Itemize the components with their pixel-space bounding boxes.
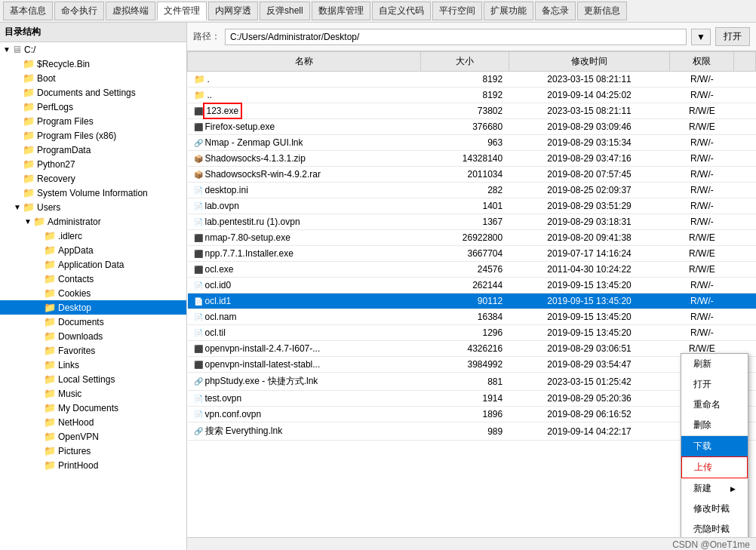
context-menu-item-7[interactable]: 修改时截 — [681, 499, 748, 519]
folder-icon: 📁 — [23, 158, 35, 170]
context-menu-item-2[interactable]: 重命名 — [681, 395, 748, 415]
nav-tab-0[interactable]: 基本信息 — [3, 2, 53, 20]
tree-item-program_files[interactable]: 📁Program Files — [0, 114, 186, 128]
col-header-修改时间[interactable]: 修改时间 — [509, 52, 670, 72]
table-row[interactable]: 🔗搜索 Everything.lnk9892019-09-14 04:22:17… — [188, 422, 756, 441]
path-dropdown-btn[interactable]: ▼ — [691, 29, 711, 45]
tree-item-links[interactable]: 📁Links — [0, 358, 186, 372]
file-modified-cell: 2019-08-29 03:51:29 — [509, 198, 670, 214]
nav-tab-2[interactable]: 虚拟终端 — [106, 2, 155, 20]
table-header: 名称大小修改时间权限 — [188, 52, 756, 72]
expand-icon[interactable]: ▼ — [23, 217, 33, 226]
nav-tab-6[interactable]: 数据库管理 — [312, 2, 370, 20]
table-row[interactable]: 📄ocl.id02621442019-09-15 13:45:20R/W/- — [188, 278, 756, 293]
tree-item-cookies[interactable]: 📁Cookies — [0, 286, 186, 300]
path-input[interactable] — [225, 29, 687, 45]
tree-item-sysvolinfo[interactable]: 📁System Volume Information — [0, 186, 186, 200]
tree-item-recovery[interactable]: 📁Recovery — [0, 171, 186, 186]
tree-item-application_data[interactable]: 📁Application Data — [0, 257, 186, 272]
tree-item-pictures[interactable]: 📁Pictures — [0, 444, 186, 458]
tree-item-my_documents[interactable]: 📁My Documents — [0, 401, 186, 415]
tree-item-local_settings[interactable]: 📁Local Settings — [0, 372, 186, 386]
context-menu-item-3[interactable]: 删除 — [681, 415, 748, 435]
tree-item-program_files_x86[interactable]: 📁Program Files (x86) — [0, 128, 186, 143]
file-name-cell: 🔗搜索 Everything.lnk — [188, 422, 421, 441]
table-row[interactable]: 📄desktop.ini2822019-08-25 02:09:37R/W/- — [188, 183, 756, 198]
tree-item-recycle[interactable]: 📁$Recycle.Bin — [0, 57, 186, 71]
nav-tab-10[interactable]: 备忘录 — [535, 2, 576, 20]
nav-tab-11[interactable]: 更新信息 — [577, 2, 627, 20]
table-row[interactable]: 📄lab.pentestit.ru (1).ovpn13672019-08-29… — [188, 214, 756, 230]
table-row[interactable]: 📄ocl.id1901122019-09-15 13:45:20R/W/- — [188, 293, 756, 309]
file-size-cell: 881 — [421, 373, 509, 391]
tree-item-desktop[interactable]: 📁Desktop — [0, 300, 186, 315]
col-header-大小[interactable]: 大小 — [421, 52, 509, 72]
tree-item-music[interactable]: 📁Music — [0, 386, 186, 401]
expand-icon[interactable]: ▼ — [12, 203, 23, 211]
tree-item-downloads[interactable]: 📁Downloads — [0, 329, 186, 343]
lnk-icon: 🔗 — [194, 377, 203, 386]
nav-tab-4[interactable]: 内网穿透 — [208, 2, 258, 20]
file-size-cell: 282 — [421, 183, 509, 198]
open-btn[interactable]: 打开 — [715, 27, 750, 46]
nav-tab-9[interactable]: 扩展功能 — [484, 2, 533, 20]
tree-item-documents[interactable]: 📁Documents — [0, 315, 186, 329]
table-row[interactable]: 📁.81922023-03-15 08:21:11R/W/- — [188, 72, 756, 88]
nav-tab-8[interactable]: 平行空间 — [432, 2, 482, 20]
tree-item-contacts[interactable]: 📁Contacts — [0, 272, 186, 286]
table-row[interactable]: 📄lab.ovpn14012019-08-29 03:51:29R/W/- — [188, 198, 756, 214]
context-menu-item-0[interactable]: 刷新 — [681, 354, 748, 374]
nav-tab-7[interactable]: 自定义代码 — [372, 2, 431, 20]
file-size-cell: 989 — [421, 422, 509, 441]
tree-item-favorites[interactable]: 📁Favorites — [0, 343, 186, 358]
tree-item-users[interactable]: ▼📁Users — [0, 200, 186, 214]
table-row[interactable]: ⬛nmap-7.80-setup.exe269228002019-08-20 0… — [188, 230, 756, 246]
filename: ShadowsocksR-win-4.9.2.rar — [205, 169, 321, 180]
file-size-cell: 963 — [421, 135, 509, 151]
table-row[interactable]: ⬛ocl.exe245762011-04-30 10:24:22R/W/E — [188, 262, 756, 278]
nav-tab-1[interactable]: 命令执行 — [54, 2, 104, 20]
tree-item-administrator[interactable]: ▼📁Administrator — [0, 214, 186, 229]
context-menu-item-8[interactable]: 壳隐时截 — [681, 519, 748, 537]
table-row[interactable]: 📄vpn.conf.ovpn18962019-08-29 06:16:52R/W… — [188, 407, 756, 422]
table-row[interactable]: 📦Shadowsocks-4.1.3.1.zip143281402019-08-… — [188, 151, 756, 167]
file-name-cell: ⬛nmap-7.80-setup.exe — [188, 230, 421, 246]
tree-item-python27[interactable]: 📁Python27 — [0, 157, 186, 171]
context-menu-item-5[interactable]: 上传 — [681, 456, 748, 478]
table-row[interactable]: ⬛npp.7.7.1.Installer.exe36677042019-07-1… — [188, 246, 756, 262]
table-row[interactable]: ⬛Firefox-setup.exe3766802019-08-29 03:09… — [188, 119, 756, 135]
file-name-cell: 📄lab.pentestit.ru (1).ovpn — [188, 214, 421, 230]
tree-item-openvpn[interactable]: 📁OpenVPN — [0, 429, 186, 444]
context-menu-item-1[interactable]: 打开 — [681, 374, 748, 395]
context-menu-item-6[interactable]: 新建▶ — [681, 478, 748, 499]
table-row[interactable]: 📄ocl.til12962019-09-15 13:45:20R/W/- — [188, 325, 756, 341]
tree-item-c_drive[interactable]: ▼🖥C:/ — [0, 42, 186, 57]
table-row[interactable]: 🔗Nmap - Zenmap GUI.lnk9632019-08-29 03:1… — [188, 135, 756, 151]
file-modified-cell: 2019-08-29 03:15:34 — [509, 135, 670, 151]
tree-item-idlerc[interactable]: 📁.idlerc — [0, 229, 186, 243]
col-header-权限[interactable]: 权限 — [670, 52, 734, 72]
nav-tab-3[interactable]: 文件管理 — [157, 2, 207, 20]
tree-item-label: Music — [58, 389, 81, 399]
table-row[interactable]: 🔗phpStudy.exe - 快捷方式.lnk8812023-03-15 01… — [188, 373, 756, 391]
table-row[interactable]: ⬛openvpn-install-2.4.7-I607-...432621620… — [188, 341, 756, 357]
table-row[interactable]: 📦ShadowsocksR-win-4.9.2.rar20110342019-0… — [188, 167, 756, 183]
context-menu-item-4[interactable]: 下载 — [681, 436, 748, 456]
nav-tab-5[interactable]: 反弹shell — [260, 2, 310, 20]
table-row[interactable]: 📄ocl.nam163842019-09-15 13:45:20R/W/- — [188, 309, 756, 325]
file-icon: 📄 — [194, 410, 203, 419]
table-row[interactable]: ⬛openvpn-install-latest-stabl...39849922… — [188, 357, 756, 373]
tree-item-docs_settings[interactable]: 📁Documents and Settings — [0, 85, 186, 100]
col-header-名称[interactable]: 名称 — [188, 52, 421, 72]
tree-item-perflogs[interactable]: 📁PerfLogs — [0, 100, 186, 114]
expand-icon[interactable]: ▼ — [2, 45, 12, 54]
tree-item-printhood[interactable]: 📁PrintHood — [0, 458, 186, 472]
tree-item-appdata[interactable]: 📁AppData — [0, 243, 186, 257]
filename: lab.pentestit.ru (1).ovpn — [205, 217, 300, 227]
tree-item-nethood[interactable]: 📁NetHood — [0, 415, 186, 429]
tree-item-programdata[interactable]: 📁ProgramData — [0, 143, 186, 157]
table-row[interactable]: 📄test.ovpn19142019-08-29 05:20:36R/W/- — [188, 391, 756, 407]
table-row[interactable]: ⬛123.exe738022023-03-15 08:21:11R/W/E — [188, 103, 756, 119]
table-row[interactable]: 📁..81922019-09-14 04:25:02R/W/- — [188, 88, 756, 103]
tree-item-boot[interactable]: 📁Boot — [0, 71, 186, 85]
